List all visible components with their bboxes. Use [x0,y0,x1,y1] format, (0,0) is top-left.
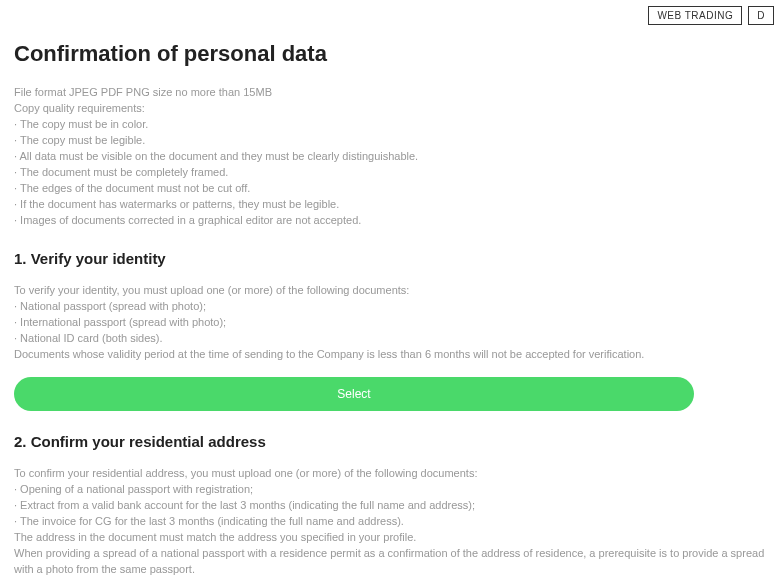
intro-req: · The copy must be legible. [14,133,766,149]
web-trading-button[interactable]: WEB TRADING [648,6,742,25]
file-format-text: File format JPEG PDF PNG size no more th… [14,85,766,101]
intro-req: · The edges of the document must not be … [14,181,766,197]
section1-item: · National passport (spread with photo); [14,299,766,315]
intro-block: File format JPEG PDF PNG size no more th… [14,85,766,228]
section2-item: · Extract from a valid bank account for … [14,498,766,514]
section2-item: · Opening of a national passport with re… [14,482,766,498]
intro-req: · If the document has watermarks or patt… [14,197,766,213]
intro-req: · Images of documents corrected in a gra… [14,213,766,229]
page-title: Confirmation of personal data [14,41,766,67]
select-identity-button[interactable]: Select [14,377,694,411]
section1-item: · National ID card (both sides). [14,331,766,347]
section2-lead: To confirm your residential address, you… [14,466,766,482]
copy-quality-heading: Copy quality requirements: [14,101,766,117]
section2-note2: When providing a spread of a national pa… [14,546,766,578]
section2-item: · The invoice for CG for the last 3 mont… [14,514,766,530]
intro-req: · The copy must be in color. [14,117,766,133]
section1-title: 1. Verify your identity [14,250,766,267]
section1-note: Documents whose validity period at the t… [14,347,766,363]
section2-note1: The address in the document must match t… [14,530,766,546]
section2-body: To confirm your residential address, you… [14,466,766,578]
section1-body: To verify your identity, you must upload… [14,283,766,363]
section2-title: 2. Confirm your residential address [14,433,766,450]
intro-req: · The document must be completely framed… [14,165,766,181]
topbar-partial-button[interactable]: D [748,6,774,25]
section1-item: · International passport (spread with ph… [14,315,766,331]
section1-lead: To verify your identity, you must upload… [14,283,766,299]
main-content: Confirmation of personal data File forma… [0,25,780,586]
topbar: WEB TRADING D [0,0,780,25]
intro-req: · All data must be visible on the docume… [14,149,766,165]
